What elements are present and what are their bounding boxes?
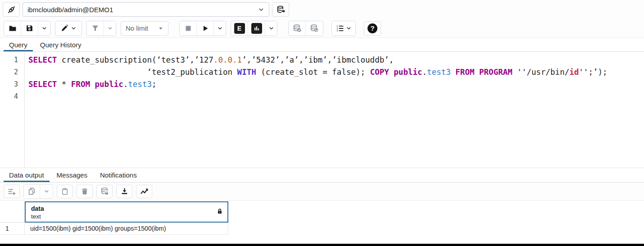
lock-icon — [217, 208, 223, 216]
funnel-icon — [91, 24, 99, 32]
tab-messages-label: Messages — [57, 171, 87, 179]
editor-tab-bar: Query Query History — [0, 38, 644, 52]
tab-query[interactable]: Query — [4, 38, 33, 51]
tab-data-output-label: Data output — [9, 171, 44, 179]
filter-button-group — [86, 21, 116, 36]
pages-icon — [28, 187, 36, 195]
grid-column-header-data[interactable]: data text — [25, 201, 228, 223]
chevron-down-icon — [258, 6, 264, 13]
column-name: data — [31, 205, 223, 213]
line-number: 4 — [0, 91, 24, 103]
open-file-button[interactable] — [4, 21, 21, 36]
download-results-button[interactable] — [116, 185, 132, 198]
data-cell[interactable]: uid=1500(ibm) gid=1500(ibm) groups=1500(… — [25, 223, 228, 235]
commit-button[interactable] — [289, 21, 306, 36]
pencil-icon — [61, 24, 68, 32]
explain-letter-icon: E — [234, 23, 245, 34]
chevron-down-icon — [107, 25, 113, 31]
rollback-button[interactable] — [306, 21, 323, 36]
tab-query-label: Query — [9, 41, 27, 49]
execute-button-group — [179, 21, 226, 36]
chevron-down-icon — [217, 25, 223, 31]
save-data-changes-button[interactable] — [96, 185, 113, 198]
cancel-query-button[interactable] — [180, 21, 197, 36]
edit-button-group — [55, 21, 82, 36]
code-gutter: 1234 — [0, 52, 25, 168]
tab-messages[interactable]: Messages — [51, 168, 93, 182]
save-options-dropdown-button[interactable] — [38, 21, 50, 36]
transaction-button-group — [288, 21, 323, 36]
code-line[interactable]: ‘test2_publication WITH (create_slot = f… — [28, 66, 644, 78]
code-line[interactable]: SELECT * FROM public.test3; — [28, 78, 644, 91]
chevron-down-icon — [41, 25, 47, 31]
database-floppy-icon — [100, 187, 109, 196]
database-arrow-icon — [277, 5, 285, 14]
macro-button-group: 123 — [331, 21, 356, 36]
delete-row-button[interactable] — [77, 185, 93, 198]
explain-analyze-button[interactable] — [248, 21, 265, 36]
edit-dropdown-button[interactable] — [55, 21, 82, 36]
query-toolbar: No limit E — [0, 19, 644, 38]
chevron-down-icon — [268, 25, 274, 31]
copy-options-dropdown-button[interactable] — [40, 185, 53, 198]
lines-plus-icon — [8, 187, 16, 196]
clipboard-icon — [61, 188, 68, 195]
line-number: 1 — [0, 54, 24, 66]
pgadmin-query-tool: ibmclouddb/admin@DEMO1 — [0, 0, 644, 246]
visualise-data-button[interactable] — [136, 185, 152, 198]
chevron-down-icon — [346, 25, 352, 31]
code-line[interactable] — [28, 91, 644, 103]
floppy-icon — [26, 24, 33, 32]
plug-links-icon — [7, 5, 16, 14]
tab-query-history-label: Query History — [40, 41, 82, 49]
save-file-button[interactable] — [21, 21, 38, 36]
copy-button[interactable] — [24, 185, 40, 198]
chevron-down-icon — [44, 188, 50, 194]
database-undo-icon — [310, 24, 319, 33]
numbered-list-icon: 123 — [336, 24, 344, 32]
connection-toggle-button[interactable] — [3, 2, 20, 17]
explain-button-group: E — [231, 21, 277, 36]
tab-data-output[interactable]: Data output — [4, 168, 50, 182]
tab-notifications-label: Notifications — [100, 171, 137, 179]
line-number: 2 — [0, 66, 24, 78]
row-limit-dropdown[interactable]: No limit — [121, 21, 168, 36]
help-button[interactable]: ? — [364, 21, 381, 36]
macros-dropdown-button[interactable]: 123 — [332, 21, 355, 36]
data-output-grid: data text 1uid=1500(ibm) gid=1500(ibm) g… — [0, 200, 644, 235]
filter-button[interactable] — [87, 21, 104, 36]
results-toolbar — [0, 182, 644, 200]
filter-options-dropdown-button[interactable] — [104, 21, 116, 36]
download-icon — [121, 187, 128, 195]
stop-square-icon — [185, 25, 192, 32]
grid-rows: 1uid=1500(ibm) gid=1500(ibm) groups=1500… — [0, 223, 644, 235]
code-line[interactable]: SELECT create_subscription(‘test3’,’127.… — [28, 54, 644, 66]
sql-editor[interactable]: 1234 SELECT create_subscription(‘test3’,… — [0, 52, 644, 168]
execute-query-button[interactable] — [197, 21, 214, 36]
paste-button[interactable] — [57, 185, 73, 198]
row-number-cell[interactable]: 1 — [0, 223, 25, 235]
question-mark-icon: ? — [367, 23, 377, 33]
trash-icon — [81, 188, 88, 195]
line-number: 3 — [0, 78, 24, 91]
tab-query-history[interactable]: Query History — [35, 38, 87, 51]
connection-dropdown[interactable]: ibmclouddb/admin@DEMO1 — [23, 2, 269, 17]
tab-notifications[interactable]: Notifications — [95, 168, 142, 182]
explain-button[interactable]: E — [231, 21, 248, 36]
play-icon — [202, 25, 209, 32]
svg-text:3: 3 — [336, 29, 338, 32]
zigzag-chart-icon — [140, 187, 149, 196]
caret-down-icon — [158, 26, 163, 31]
add-row-button[interactable] — [4, 185, 20, 198]
code-lines[interactable]: SELECT create_subscription(‘test3’,’127.… — [25, 52, 644, 168]
new-connection-button[interactable] — [272, 2, 289, 17]
execute-options-dropdown-button[interactable] — [214, 21, 226, 36]
chevron-down-icon — [71, 25, 77, 31]
explain-options-dropdown-button[interactable] — [265, 21, 277, 36]
window-bottom-edge — [0, 244, 644, 246]
column-type: text — [31, 213, 223, 220]
copy-button-group — [23, 184, 53, 199]
table-row: 1uid=1500(ibm) gid=1500(ibm) groups=1500… — [0, 223, 644, 235]
grid-header-row: data text — [0, 201, 644, 223]
grid-corner-cell[interactable] — [0, 201, 25, 223]
